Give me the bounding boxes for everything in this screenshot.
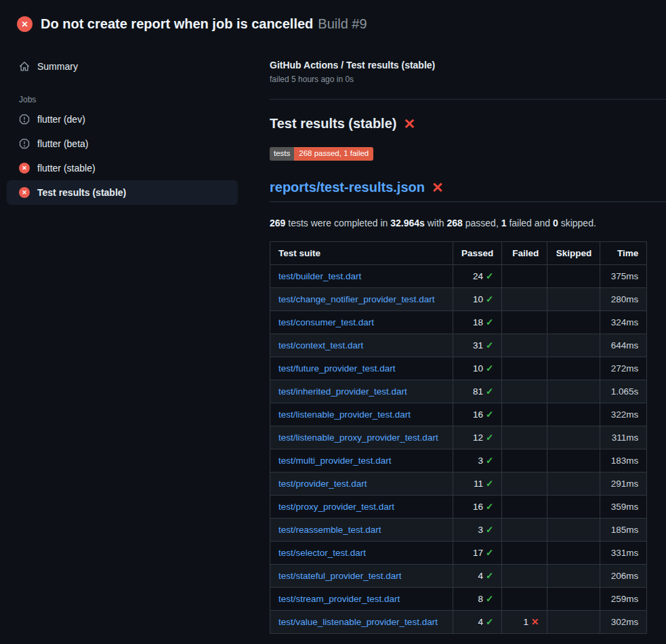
table-row: test/inherited_provider_test.dart 81✓ 1.…	[270, 380, 647, 403]
col-header-test-suite: Test suite	[270, 241, 453, 264]
check-icon: ✓	[486, 502, 493, 512]
check-icon: ✓	[486, 432, 493, 443]
check-icon: ✓	[486, 617, 493, 627]
suite-link[interactable]: test/provider_test.dart	[278, 479, 367, 489]
sidebar-item-flutter-stable[interactable]: ✕ flutter (stable)	[7, 156, 238, 180]
run-title: Do not create report when job is cancell…	[41, 16, 367, 32]
passed-count: 268	[447, 218, 463, 228]
cancelled-icon	[19, 138, 30, 149]
page-title: Test results (stable) ✕	[270, 116, 666, 132]
suite-link[interactable]: test/context_test.dart	[278, 340, 363, 350]
cancelled-icon	[19, 114, 30, 125]
table-row: test/multi_provider_test.dart 3✓ 183ms	[270, 449, 647, 472]
suite-link[interactable]: test/listenable_proxy_provider_test.dart	[278, 432, 438, 443]
sidebar-item-flutter-dev[interactable]: flutter (dev)	[7, 107, 238, 132]
check-icon: ✓	[486, 548, 493, 558]
check-icon: ✓	[486, 363, 493, 374]
check-icon: ✓	[486, 594, 493, 604]
check-icon: ✓	[486, 571, 493, 581]
suite-link[interactable]: test/proxy_provider_test.dart	[278, 502, 394, 512]
main-content: GitHub Actions / Test results (stable) f…	[270, 38, 666, 634]
suite-link[interactable]: test/selector_test.dart	[278, 548, 366, 558]
build-number: Build #9	[318, 16, 367, 31]
tests-status-badge: tests 268 passed, 1 failed	[270, 147, 373, 161]
table-row: test/future_provider_test.dart 10✓ 272ms	[270, 357, 647, 380]
table-row: test/context_test.dart 31✓ 644ms	[270, 334, 647, 357]
col-header-skipped: Skipped	[547, 241, 600, 264]
suite-link[interactable]: test/reassemble_test.dart	[278, 525, 381, 535]
check-icon: ✓	[486, 317, 493, 327]
check-icon: ✓	[486, 340, 493, 350]
table-row: test/stateful_provider_test.dart 4✓ 206m…	[270, 564, 647, 587]
col-header-passed: Passed	[453, 241, 502, 264]
suite-link[interactable]: test/stream_provider_test.dart	[278, 594, 400, 604]
suite-link[interactable]: test/consumer_test.dart	[278, 317, 374, 327]
col-header-failed: Failed	[502, 241, 547, 264]
table-row: test/listenable_provider_test.dart 16✓ 3…	[270, 403, 647, 426]
failed-status-icon: ✕	[19, 163, 30, 174]
run-meta: failed 5 hours ago in 0s	[270, 75, 666, 84]
home-icon	[19, 61, 30, 72]
section-divider	[270, 99, 666, 100]
failed-x-icon: ✕	[403, 117, 415, 131]
sidebar: Summary Jobs flutter (dev) flut	[0, 38, 270, 205]
table-row: test/selector_test.dart 17✓ 331ms	[270, 541, 647, 564]
skipped-count: 0	[553, 218, 558, 228]
table-row: test/value_listenable_provider_test.dart…	[270, 610, 647, 633]
run-header: ✕ Do not create report when job is cance…	[0, 0, 666, 38]
badge-label: tests	[270, 147, 294, 161]
table-row: test/reassemble_test.dart 3✓ 185ms	[270, 518, 647, 541]
suite-link[interactable]: test/multi_provider_test.dart	[278, 456, 392, 466]
suite-link[interactable]: test/builder_test.dart	[278, 271, 361, 281]
check-icon: ✓	[486, 525, 493, 535]
report-file-link[interactable]: reports/test-results.json	[270, 180, 425, 195]
sidebar-item-label: flutter (stable)	[37, 163, 96, 174]
check-icon: ✓	[486, 479, 493, 489]
table-row: test/consumer_test.dart 18✓ 324ms	[270, 310, 647, 334]
sidebar-item-test-results-stable[interactable]: ✕ Test results (stable)	[7, 180, 238, 205]
check-icon: ✓	[486, 386, 493, 397]
badge-value: 268 passed, 1 failed	[294, 147, 373, 161]
table-row: test/proxy_provider_test.dart 16✓ 359ms	[270, 495, 647, 518]
breadcrumb: GitHub Actions / Test results (stable)	[270, 60, 666, 71]
duration: 32.964s	[390, 218, 425, 228]
suite-link[interactable]: test/future_provider_test.dart	[278, 363, 396, 374]
check-icon: ✓	[486, 294, 493, 304]
failed-x-icon: ✕	[432, 180, 444, 195]
table-header-row: Test suite Passed Failed Skipped Time	[270, 241, 647, 264]
cross-icon: ✕	[531, 617, 539, 627]
table-row: test/builder_test.dart 24✓ 375ms	[270, 264, 647, 287]
failed-count: 1	[501, 218, 507, 228]
summary-sentence: 269 tests were completed in 32.964s with…	[270, 218, 666, 228]
table-row: test/listenable_proxy_provider_test.dart…	[270, 426, 647, 449]
suite-link[interactable]: test/change_notifier_provider_test.dart	[278, 294, 434, 304]
sidebar-item-label: flutter (dev)	[37, 114, 85, 125]
test-results-table: Test suite Passed Failed Skipped Time te…	[270, 241, 647, 634]
failed-status-icon: ✕	[17, 16, 33, 32]
suite-link[interactable]: test/listenable_provider_test.dart	[278, 409, 411, 420]
suite-link[interactable]: test/inherited_provider_test.dart	[278, 386, 407, 397]
table-row: test/provider_test.dart 11✓ 291ms	[270, 472, 647, 495]
x-glyph: ✕	[21, 20, 28, 29]
table-row: test/stream_provider_test.dart 8✓ 259ms	[270, 587, 647, 610]
sidebar-item-label: flutter (beta)	[37, 138, 88, 149]
failed-status-icon: ✕	[19, 187, 30, 198]
sidebar-item-label: Test results (stable)	[37, 187, 126, 198]
check-icon: ✓	[486, 271, 493, 281]
report-file-heading: reports/test-results.json ✕	[270, 180, 666, 202]
table-row: test/change_notifier_provider_test.dart …	[270, 287, 647, 310]
total-tests: 269	[270, 218, 285, 228]
jobs-section-label: Jobs	[7, 95, 270, 107]
check-icon: ✓	[486, 456, 493, 466]
sidebar-item-flutter-beta[interactable]: flutter (beta)	[7, 132, 238, 156]
col-header-time: Time	[600, 241, 647, 264]
sidebar-item-summary[interactable]: Summary	[7, 56, 238, 77]
sidebar-item-label: Summary	[37, 61, 78, 72]
suite-link[interactable]: test/stateful_provider_test.dart	[278, 571, 402, 581]
suite-link[interactable]: test/value_listenable_provider_test.dart	[278, 617, 438, 627]
check-icon: ✓	[486, 409, 493, 420]
